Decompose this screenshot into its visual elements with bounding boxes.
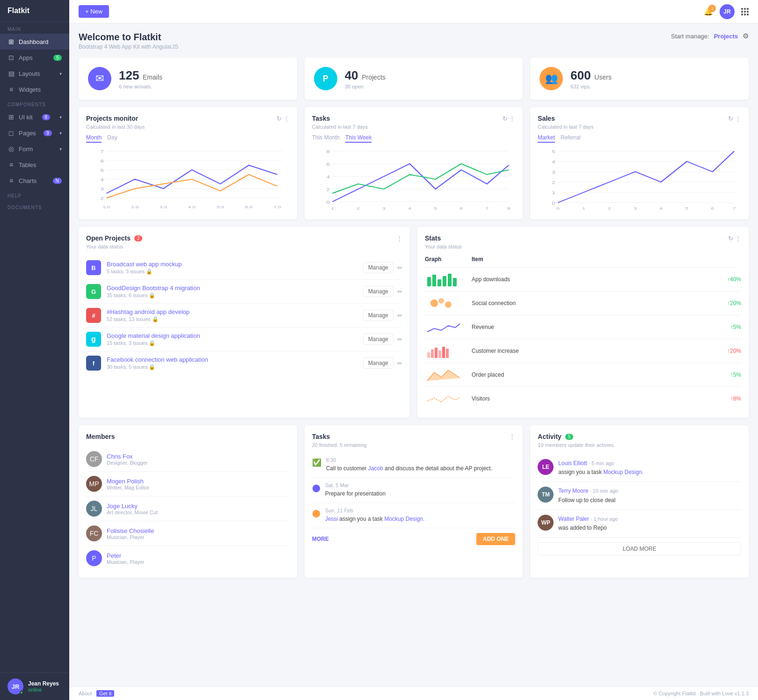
activity-action-terry: Follow up to close deal [558, 497, 615, 503]
sidebar-item-charts[interactable]: ≡ Charts N [0, 173, 69, 189]
sidebar-item-widgets[interactable]: ≡ Widgets [0, 81, 69, 97]
svg-text:2: 2 [326, 187, 329, 192]
sidebar-item-dashboard[interactable]: ⊞ Dashboard [0, 34, 69, 50]
new-button[interactable]: + New [79, 5, 109, 18]
settings-icon[interactable]: ⚙ [743, 32, 749, 40]
pages-icon: ◻ [7, 129, 15, 137]
member-role-folisise: Musician, Player [107, 534, 154, 540]
edit-icon-broadcast[interactable]: ✏ [397, 264, 402, 271]
edit-icon-facebook[interactable]: ✏ [397, 360, 402, 367]
edit-icon-google[interactable]: ✏ [397, 336, 402, 343]
project-name-hashtag[interactable]: #Hashtag android app develop [107, 308, 190, 315]
project-name-broadcast[interactable]: Broadcast web app mockup [107, 261, 182, 268]
member-item-chrisfox: CF Chris Fox Designer, Blogger [86, 447, 290, 472]
col-item: Item [472, 256, 704, 262]
activity-name-walter[interactable]: Walter Paler [558, 516, 589, 522]
member-name-folisise[interactable]: Folisise Chosielle [107, 527, 154, 534]
svg-point-64 [438, 298, 444, 304]
projects-monitor-actions[interactable]: ↻ ⋮ [277, 115, 290, 122]
member-item-folisise: FC Folisise Chosielle Musician, Player [86, 521, 290, 546]
manage-button-gooddesign[interactable]: Manage [363, 286, 394, 297]
sales-chart-actions[interactable]: ↻ ⋮ [728, 115, 741, 122]
activity-time-walter: · 1 hour ago [590, 516, 618, 522]
svg-text:0: 0 [326, 200, 329, 204]
stat-card-emails: ✉ 125 Emails 6 new arrivals. [79, 58, 297, 100]
project-item-google: g Google material design application 15 … [86, 328, 402, 351]
stats-item-orders: Order placed ↑5% [425, 363, 741, 387]
apps-icon: ⊡ [7, 54, 15, 61]
footer-getit[interactable]: Get it [96, 690, 114, 697]
svg-text:2: 2 [100, 196, 103, 201]
edit-icon-gooddesign[interactable]: ✏ [397, 288, 402, 295]
project-name-gooddesign[interactable]: GoodDesign Bootstrap 4 migration [107, 284, 200, 292]
stats-item-revenue: Revenue ↑5% [425, 315, 741, 339]
projects-link[interactable]: Projects [714, 33, 738, 40]
open-projects-actions[interactable]: ⋮ [396, 235, 402, 242]
mini-chart-visitors [425, 392, 462, 406]
manage-button-hashtag[interactable]: Manage [363, 310, 394, 321]
member-name-mogen[interactable]: Mogen Polish [107, 478, 149, 485]
sidebar-item-pages[interactable]: ◻ Pages 9 ▾ [0, 125, 69, 141]
project-name-google[interactable]: Google material design application [107, 332, 200, 339]
stat-name-visitors: Visitors [472, 395, 704, 402]
sidebar-item-layouts[interactable]: ▤ Layouts ▾ [0, 66, 69, 81]
manage-button-google[interactable]: Manage [363, 334, 394, 345]
stats-panel-sub: Your data status [425, 244, 741, 249]
uikit-chevron: ▾ [59, 115, 62, 120]
project-item-gooddesign: G GoodDesign Bootstrap 4 migration 35 ta… [86, 280, 402, 304]
activity-name-terry[interactable]: Terry Moore [558, 488, 588, 494]
activity-item-louis: LE Louis Elliott · 5 min ago assign you … [538, 454, 741, 482]
sidebar-item-label: Form [19, 146, 33, 153]
projects-monitor-title: Projects monitor [86, 115, 138, 122]
load-more-button[interactable]: LOAD MORE [538, 542, 741, 555]
tasks-chart-actions[interactable]: ↻ ⋮ [503, 115, 516, 122]
svg-text:1: 1 [552, 190, 555, 195]
project-name-facebook[interactable]: Facebook connection web application [107, 356, 208, 363]
member-name-peter[interactable]: Peter [107, 552, 145, 559]
layouts-chevron: ▾ [59, 71, 62, 76]
stat-change-social: ↑20% [704, 300, 741, 306]
task-link-jacob[interactable]: Jacob [368, 465, 383, 472]
svg-text:4: 4 [100, 177, 103, 182]
open-projects-badge: 2 [134, 235, 143, 241]
members-card: Members CF Chris Fox Designer, Blogger M… [79, 425, 297, 578]
svg-text:6: 6 [326, 162, 329, 167]
notification-bell[interactable]: 🔔 3 [704, 7, 713, 16]
manage-button-facebook[interactable]: Manage [363, 357, 394, 369]
activity-time-terry: · 10 min ago [590, 488, 619, 494]
tasks-card-actions[interactable]: ⋮ [509, 433, 515, 440]
stats-item-visitors: Visitors ↑8% [425, 387, 741, 410]
tab-market[interactable]: Market [538, 134, 555, 143]
layouts-icon: ▤ [7, 70, 15, 77]
tab-this-month[interactable]: This Month [312, 134, 340, 143]
activity-task-louis[interactable]: Mockup Design. [603, 469, 643, 475]
sidebar-item-form[interactable]: ◎ Form ▾ [0, 141, 69, 157]
tab-month[interactable]: Month [86, 134, 102, 143]
grid-view-icon[interactable] [741, 8, 749, 15]
sidebar-item-uikit[interactable]: ⊞ UI kit 8 ▾ [0, 109, 69, 125]
task-item-call: ✅ 8:30 Call to customer Jacob and discus… [312, 452, 516, 478]
add-one-button[interactable]: ADD ONE [476, 533, 515, 545]
project-manage-facebook: Manage ✏ [363, 357, 402, 369]
stats-panel-actions[interactable]: ↻ ⋮ [728, 235, 741, 242]
open-projects-title: Open Projects [86, 234, 131, 242]
member-name-joge[interactable]: Joge Lucky [107, 503, 158, 510]
task-link-mockup[interactable]: Mockup Design. [384, 516, 424, 522]
topbar-user-avatar[interactable]: JR [720, 4, 735, 19]
page-header-right: Start manage: Projects ⚙ [671, 32, 749, 40]
edit-icon-hashtag[interactable]: ✏ [397, 312, 402, 319]
manage-button-broadcast[interactable]: Manage [363, 262, 394, 273]
footer-about[interactable]: About [79, 691, 92, 696]
more-tasks-button[interactable]: MORE [312, 536, 329, 542]
member-name-chrisfox[interactable]: Chris Fox [107, 453, 147, 460]
sidebar-item-tables[interactable]: ≡ Tables [0, 157, 69, 173]
tab-referral[interactable]: Referral [561, 134, 581, 143]
tab-day[interactable]: Day [107, 134, 117, 143]
tab-this-week[interactable]: This Week [345, 134, 372, 143]
task-link-jessi[interactable]: Jessi [325, 516, 338, 522]
sidebar-item-apps[interactable]: ⊡ Apps 5 [0, 50, 69, 66]
stats-item-customer: Customer increase ↑20% [425, 339, 741, 363]
activity-name-louis[interactable]: Louis Elliott [558, 460, 587, 467]
sidebar-item-label: UI kit [19, 114, 33, 121]
col-graph: Graph [425, 256, 472, 262]
